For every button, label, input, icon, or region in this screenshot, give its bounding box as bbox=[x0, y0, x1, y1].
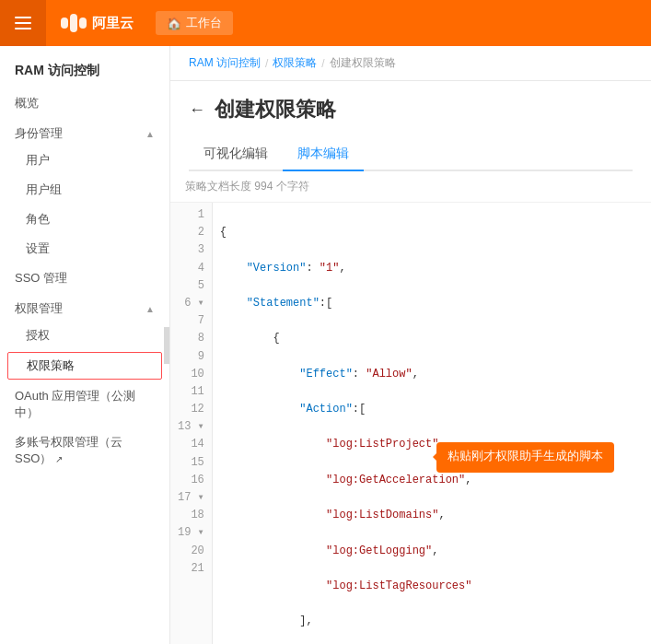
workspace-label: 工作台 bbox=[186, 15, 222, 31]
sidebar-section-identity[interactable]: 身份管理 ▲ bbox=[0, 118, 169, 146]
breadcrumb-sep-2: / bbox=[321, 57, 324, 70]
hamburger-menu[interactable] bbox=[0, 0, 46, 46]
sidebar-section-permissions[interactable]: 权限管理 ▲ bbox=[0, 293, 169, 321]
sidebar-item-overview[interactable]: 概览 bbox=[0, 88, 169, 118]
tabs: 可视化编辑 脚本编辑 bbox=[189, 138, 633, 171]
content-area: RAM 访问控制 / 权限策略 / 创建权限策略 ← 创建权限策略 可视化编辑 … bbox=[170, 46, 651, 644]
breadcrumb: RAM 访问控制 / 权限策略 / 创建权限策略 bbox=[170, 46, 651, 81]
svg-rect-2 bbox=[79, 18, 87, 29]
page-header: ← 创建权限策略 可视化编辑 脚本编辑 bbox=[170, 81, 651, 171]
page-title-row: ← 创建权限策略 bbox=[189, 96, 633, 123]
sidebar-title: RAM 访问控制 bbox=[0, 53, 169, 88]
top-navigation: 阿里云 🏠 工作台 bbox=[0, 0, 651, 46]
breadcrumb-ram[interactable]: RAM 访问控制 bbox=[189, 55, 261, 71]
logo: 阿里云 bbox=[46, 14, 148, 32]
sidebar-item-roles[interactable]: 角色 bbox=[0, 205, 169, 234]
code-info-bar: 策略文档长度 994 个字符 bbox=[170, 171, 651, 203]
home-icon: 🏠 bbox=[167, 17, 181, 30]
sidebar-item-settings[interactable]: 设置 bbox=[0, 234, 169, 263]
sidebar-collapse-handle[interactable]: ‹ bbox=[164, 327, 170, 364]
code-editor[interactable]: 1 2 3 4 5 6 ▾ 7 8 9 10 11 12 13 ▾ 14 15 … bbox=[170, 203, 651, 644]
sidebar-permissions-label: 权限管理 bbox=[15, 300, 63, 317]
chevron-up-icon: ▲ bbox=[145, 129, 155, 139]
svg-rect-1 bbox=[70, 14, 77, 32]
sidebar-item-users[interactable]: 用户 bbox=[0, 146, 169, 175]
breadcrumb-current: 创建权限策略 bbox=[330, 55, 396, 71]
aliyun-logo-icon bbox=[61, 14, 87, 32]
code-content[interactable]: { "Version": "1", "Statement":[ { "Effec… bbox=[213, 203, 651, 644]
sidebar-item-sso[interactable]: SSO 管理 bbox=[0, 263, 169, 293]
chevron-up-icon-2: ▲ bbox=[145, 304, 155, 314]
tab-visual[interactable]: 可视化编辑 bbox=[189, 138, 283, 171]
tab-script[interactable]: 脚本编辑 bbox=[283, 138, 364, 171]
breadcrumb-sep-1: / bbox=[265, 57, 268, 70]
sidebar-item-oauth[interactable]: OAuth 应用管理（公测中） bbox=[0, 381, 169, 427]
line-numbers: 1 2 3 4 5 6 ▾ 7 8 9 10 11 12 13 ▾ 14 15 … bbox=[170, 203, 213, 644]
sidebar-item-usergroups[interactable]: 用户组 bbox=[0, 175, 169, 205]
back-arrow-icon[interactable]: ← bbox=[189, 100, 205, 120]
svg-rect-0 bbox=[61, 18, 68, 29]
external-link-icon: ↗ bbox=[55, 454, 63, 464]
hamburger-icon bbox=[15, 17, 31, 29]
code-section: 策略文档长度 994 个字符 1 2 3 4 5 6 ▾ 7 8 9 10 11… bbox=[170, 171, 651, 644]
main-layout: RAM 访问控制 概览 身份管理 ▲ 用户 用户组 角色 设置 SSO 管理 权… bbox=[0, 46, 651, 644]
sidebar: RAM 访问控制 概览 身份管理 ▲ 用户 用户组 角色 设置 SSO 管理 权… bbox=[0, 46, 170, 644]
workspace-breadcrumb[interactable]: 🏠 工作台 bbox=[156, 11, 233, 35]
sidebar-item-multi-account[interactable]: 多账号权限管理（云 SSO） ↗ bbox=[0, 427, 169, 474]
sidebar-item-authorize[interactable]: 授权 bbox=[0, 321, 169, 350]
sidebar-identity-label: 身份管理 bbox=[15, 125, 63, 142]
breadcrumb-policies[interactable]: 权限策略 bbox=[273, 55, 317, 71]
page-title: 创建权限策略 bbox=[215, 96, 336, 123]
logo-text: 阿里云 bbox=[92, 15, 134, 32]
sidebar-item-policies[interactable]: 权限策略 bbox=[7, 352, 162, 380]
